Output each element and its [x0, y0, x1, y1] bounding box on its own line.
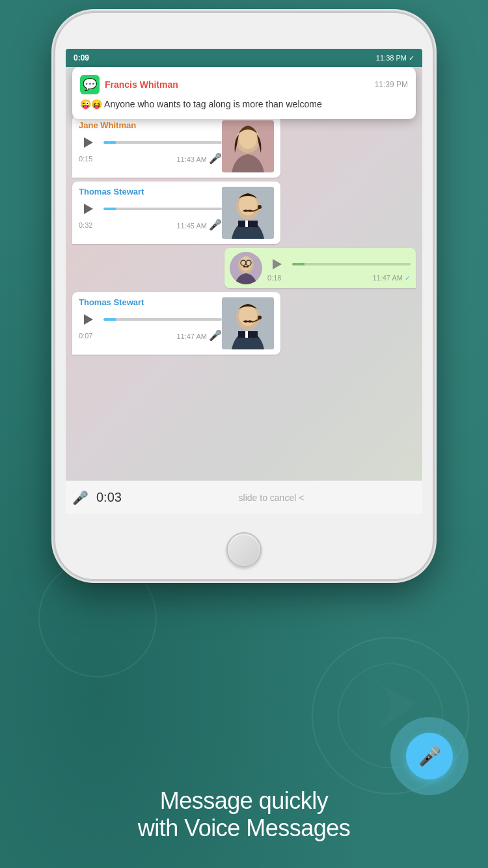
thomas-1-progress-bar — [103, 208, 222, 210]
thomas-1-play-icon — [84, 204, 93, 214]
sent-checkmark: ✓ — [405, 274, 411, 282]
thomas-1-waveform — [103, 208, 222, 210]
jane-waveform — [103, 141, 222, 144]
notification-sender: Francis Whitman — [105, 79, 178, 90]
thomas-2-duration: 0:07 — [79, 332, 92, 340]
status-bar: 0:09 11:38 PM ✓ — [66, 49, 422, 67]
notification-text: 😜😝 Anyone who wants to tag along is more… — [80, 98, 408, 111]
jane-time: 11:43 AM 🎤 — [176, 152, 222, 165]
status-right-text: 11:38 PM ✓ — [376, 54, 414, 62]
jane-play-icon — [84, 137, 93, 148]
slide-cancel-text: slide to cancel < — [127, 493, 416, 503]
notification-time: 11:39 PM — [375, 80, 408, 89]
recording-time: 0:03 — [96, 490, 122, 505]
sent-progress — [292, 263, 298, 265]
sent-voice-info: 0:18 11:47 AM ✓ — [267, 274, 411, 282]
sent-play-icon — [273, 259, 282, 269]
sent-play-button[interactable] — [267, 254, 287, 274]
jane-voice-info: 0:15 11:43 AM 🎤 — [79, 152, 222, 165]
thomas-2-sender-name: Thomas Stewart — [79, 297, 222, 307]
thomas-voice-message-1: Thomas Stewart — [72, 182, 280, 244]
input-bar: 🎤 0:03 slide to cancel < — [66, 480, 422, 514]
bottom-text: Message quickly with Voice Messages — [0, 787, 488, 842]
mic-float-icon: 🎤 — [418, 746, 441, 767]
thomas-1-progress-dot — [109, 208, 116, 210]
thomas-2-progress-dot — [109, 318, 116, 321]
status-right-icons: 11:38 PM ✓ — [376, 54, 414, 62]
jane-play-button[interactable] — [79, 133, 98, 152]
jane-progress-dot — [109, 141, 116, 144]
thomas-1-photo — [222, 187, 274, 239]
jane-mic-icon: 🎤 — [209, 153, 222, 164]
sent-voice-player[interactable] — [267, 254, 411, 274]
thomas-2-play-button[interactable] — [79, 310, 98, 329]
thomas-1-mic-icon: 🎤 — [209, 219, 222, 230]
svg-point-23 — [258, 316, 262, 319]
sent-voice-content: 0:18 11:47 AM ✓ — [267, 254, 411, 282]
chat-background: 🚣🏊🏄⛵🚤🌅☁️ 11:42 AM ✓ Jane Whitman — [66, 67, 422, 480]
whatsapp-icon: 💬 — [80, 75, 100, 94]
thomas-1-sender-name: Thomas Stewart — [79, 187, 222, 197]
sent-voice-person-photo — [230, 252, 262, 284]
jane-message-content: Jane Whitman — [79, 120, 222, 172]
svg-point-20 — [239, 305, 257, 326]
jane-photo — [222, 120, 274, 172]
svg-point-8 — [239, 195, 257, 215]
status-time: 0:09 — [74, 53, 89, 62]
svg-rect-10 — [245, 221, 248, 227]
jane-progress-bar — [103, 141, 222, 144]
sent-waveform — [292, 263, 411, 265]
thomas-1-voice-player[interactable] — [79, 199, 222, 219]
thomas-2-time: 11:47 AM 🎤 — [176, 329, 222, 342]
sent-duration: 0:18 — [267, 274, 281, 282]
sent-progress-dot — [298, 263, 305, 265]
thomas-2-progress — [103, 318, 109, 321]
bottom-text-line2: with Voice Messages — [0, 815, 488, 842]
phone-frame: 0:09 11:38 PM ✓ 💬 Francis Whitman 11:39 … — [55, 13, 433, 579]
thomas-voice-message-2: Thomas Stewart — [72, 292, 280, 355]
sent-voice-message: 0:18 11:47 AM ✓ — [224, 248, 416, 288]
jane-sender-name: Jane Whitman — [79, 120, 222, 130]
thomas-2-voice-info: 0:07 11:47 AM 🎤 — [79, 329, 222, 342]
thomas-1-play-button[interactable] — [79, 199, 98, 219]
svg-rect-22 — [245, 331, 248, 338]
thomas-2-voice-player[interactable] — [79, 310, 222, 329]
jane-voice-player[interactable] — [79, 133, 222, 152]
thomas-2-photo — [222, 297, 274, 349]
mic-float-button[interactable]: 🎤 — [406, 733, 453, 780]
thomas-2-progress-bar — [103, 318, 222, 321]
thomas-1-progress — [103, 208, 109, 210]
jane-voice-message: Jane Whitman — [72, 115, 280, 178]
sent-progress-bar — [292, 263, 411, 265]
recording-mic-icon: 🎤 — [72, 490, 88, 506]
jane-duration: 0:15 — [79, 155, 92, 163]
mic-float-outer: 🎤 — [390, 717, 468, 795]
notification-header: 💬 Francis Whitman 11:39 PM — [80, 75, 408, 94]
thomas-2-mic-icon: 🎤 — [209, 330, 222, 341]
svg-point-11 — [258, 205, 262, 209]
thomas-1-duration: 0:32 — [79, 221, 92, 229]
bottom-text-line1: Message quickly — [0, 787, 488, 815]
thomas-1-time: 11:45 AM 🎤 — [176, 219, 222, 231]
thomas-2-play-icon — [84, 314, 93, 325]
thomas-1-content: Thomas Stewart — [79, 187, 222, 239]
jane-progress — [103, 141, 109, 144]
notification-popup: 💬 Francis Whitman 11:39 PM 😜😝 Anyone who… — [72, 67, 416, 119]
home-button[interactable] — [226, 532, 262, 567]
thomas-2-waveform — [103, 318, 222, 321]
thomas-2-content: Thomas Stewart — [79, 297, 222, 349]
phone-screen: 0:09 11:38 PM ✓ 💬 Francis Whitman 11:39 … — [66, 49, 422, 514]
sent-time: 11:47 AM ✓ — [372, 274, 411, 282]
thomas-1-voice-info: 0:32 11:45 AM 🎤 — [79, 219, 222, 231]
